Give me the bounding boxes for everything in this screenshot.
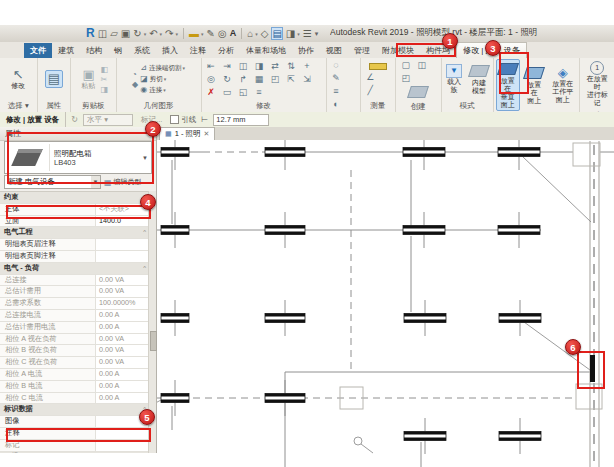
parameter-value[interactable]: 100.0000% xyxy=(96,298,150,309)
parameter-group-header[interactable]: 约束^ xyxy=(0,192,150,204)
tool-icon[interactable]: ◰ xyxy=(398,72,413,84)
modify-button[interactable]: ↖ 修改 xyxy=(8,66,28,92)
qat-icon[interactable]: ◎ xyxy=(218,28,227,39)
parameter-group-header[interactable]: 常规^ xyxy=(0,452,150,453)
qat-icon[interactable]: ▬ xyxy=(189,28,199,39)
tool-icon[interactable]: ◫ xyxy=(414,59,429,71)
qat-icon[interactable]: A xyxy=(230,28,237,39)
qat-icon[interactable]: R xyxy=(86,28,95,39)
parameter-value[interactable]: 0.00 A xyxy=(96,322,150,333)
tool-icon[interactable]: ◫ xyxy=(236,60,251,72)
dropdown-arrow-icon[interactable]: ▾ xyxy=(255,31,258,37)
tool-icon[interactable]: ╱ xyxy=(363,84,378,96)
qat-icon[interactable]: ↶ xyxy=(149,28,157,39)
parameter-value[interactable] xyxy=(96,251,150,262)
dropdown-arrow-icon[interactable]: ▾ xyxy=(201,31,204,37)
parameter-group-header[interactable]: 电气 - 负荷^ xyxy=(0,263,150,275)
dropdown-arrow-icon[interactable]: ▾ xyxy=(297,31,300,37)
tool-icon[interactable]: ≡ xyxy=(329,85,344,97)
panel-select-label[interactable]: 选择 ▾ xyxy=(0,100,37,112)
tab-系统[interactable]: 系统 xyxy=(128,43,156,58)
qat-icon[interactable]: ↷ xyxy=(165,28,173,39)
tab-文件[interactable]: 文件 xyxy=(24,43,52,58)
tool-icon[interactable]: ▢ xyxy=(398,59,413,71)
tool-icon[interactable]: ✗ xyxy=(204,86,219,98)
paste-button[interactable]: ▣ 粘贴 xyxy=(79,66,99,92)
place-on-work-plane-button[interactable]: ◈ 放置在 工作平面上 xyxy=(548,64,577,106)
qat-icon[interactable]: ◇ xyxy=(261,28,269,39)
tool-icon[interactable]: ◌ xyxy=(329,59,344,71)
tool-icon[interactable]: ◨ xyxy=(101,85,109,94)
qat-icon[interactable]: ◫ xyxy=(98,28,107,39)
parameter-value[interactable] xyxy=(96,239,150,250)
tool-icon[interactable]: ⇅ xyxy=(284,60,299,72)
tab-结构[interactable]: 结构 xyxy=(80,43,108,58)
parameter-value[interactable]: 0.00 A xyxy=(96,393,150,404)
tool-icon[interactable]: ▭ xyxy=(220,86,235,98)
qat-icon[interactable]: ◨ xyxy=(286,28,295,39)
parameter-value[interactable]: 0.00 VA xyxy=(96,334,150,345)
tab-协作[interactable]: 协作 xyxy=(292,43,320,58)
tool-icon[interactable]: ✂ xyxy=(101,75,109,84)
leader-checkbox[interactable]: 引线 xyxy=(170,115,196,125)
tab-注释[interactable]: 注释 xyxy=(184,43,212,58)
cut-button[interactable]: ◪剪切▾ xyxy=(140,74,185,84)
qat-icon[interactable]: ▱ xyxy=(110,28,118,39)
parameter-value[interactable]: 0.00 VA xyxy=(96,286,150,297)
properties-button[interactable]: ▤ xyxy=(45,70,63,88)
tab-管理[interactable]: 管理 xyxy=(348,43,376,58)
qat-icon[interactable]: ▤ xyxy=(271,27,282,40)
tool-icon[interactable]: ↻ xyxy=(220,73,235,85)
tool-icon[interactable]: ◎ xyxy=(204,73,219,85)
tool-icon[interactable]: ⇥ xyxy=(220,60,235,72)
inplace-model-button[interactable]: 内建 模型 xyxy=(467,61,491,97)
tab-建筑[interactable]: 建筑 xyxy=(52,43,80,58)
view-tab[interactable]: ▦ 1 - 照明 ✕ xyxy=(159,127,215,140)
dropdown-arrow-icon[interactable]: ▾ xyxy=(175,31,178,37)
ruler-icon[interactable] xyxy=(369,63,387,70)
tool-icon[interactable]: ✎ xyxy=(329,72,344,84)
tool-icon[interactable]: ↱ xyxy=(236,73,251,85)
parameter-value[interactable]: 0.00 VA xyxy=(96,357,150,368)
join-button[interactable]: ◉连接▾ xyxy=(140,85,185,95)
tool-icon[interactable]: ◱ xyxy=(236,86,251,98)
tool-icon[interactable]: ⇱ xyxy=(284,73,299,85)
close-view-icon[interactable]: ✕ xyxy=(203,130,209,138)
tool-icon[interactable]: ⇤ xyxy=(204,60,219,72)
tool-icon[interactable]: ∠ xyxy=(363,71,378,83)
tab-分析[interactable]: 分析 xyxy=(212,43,240,58)
tool-icon[interactable]: ≡ xyxy=(252,86,267,98)
tool-icon[interactable]: ◧ xyxy=(101,65,109,74)
parameter-value[interactable]: 0.00 A xyxy=(96,381,150,392)
tool-icon[interactable]: ⇲ xyxy=(300,73,315,85)
parameter-value[interactable]: 0.00 VA xyxy=(96,275,150,286)
tool-icon[interactable]: ◨ xyxy=(252,60,267,72)
tab-插入[interactable]: 插入 xyxy=(156,43,184,58)
dropdown-arrow-icon[interactable]: ▾ xyxy=(144,31,147,37)
tool-icon[interactable]: ⇄ xyxy=(268,60,283,72)
qat-icon[interactable]: ↻ xyxy=(133,28,141,39)
parameter-group-header[interactable]: 电气工程^ xyxy=(0,227,150,239)
scrollbar-thumb[interactable] xyxy=(150,331,157,351)
qat-icon[interactable]: ▾ xyxy=(315,28,319,39)
parameter-value[interactable]: 0.00 A xyxy=(96,369,150,380)
join-cut-button[interactable]: ⊿连接端切割▾ xyxy=(140,63,185,73)
orientation-select[interactable]: 水平 ▾ xyxy=(83,114,133,126)
tool-icon[interactable]: ◔ xyxy=(132,70,138,79)
qat-icon[interactable]: ▣ xyxy=(121,28,130,39)
parameter-value[interactable]: 0.00 A xyxy=(96,310,150,321)
leader-offset-input[interactable] xyxy=(213,114,269,126)
tool-icon[interactable]: ◐ xyxy=(329,98,344,110)
tool-icon[interactable]: ▦ xyxy=(252,73,267,85)
load-family-button[interactable]: ▼ 载入 族 xyxy=(443,62,465,96)
tab-视图[interactable]: 视图 xyxy=(320,43,348,58)
parameter-group-header[interactable]: 标识数据^ xyxy=(0,404,150,416)
tag-on-placement-button[interactable]: 1 在放置时 进行标记 xyxy=(582,59,612,109)
qat-icon[interactable]: ✎ xyxy=(207,28,215,39)
tab-钢[interactable]: 钢 xyxy=(108,43,128,58)
qat-icon[interactable]: ⌂ xyxy=(247,28,253,39)
dropdown-arrow-icon[interactable]: ▾ xyxy=(160,31,163,37)
tab-体量和场地[interactable]: 体量和场地 xyxy=(240,43,292,58)
tool-icon[interactable]: ◆ xyxy=(132,80,138,89)
qat-icon[interactable]: ☰ xyxy=(303,28,312,39)
